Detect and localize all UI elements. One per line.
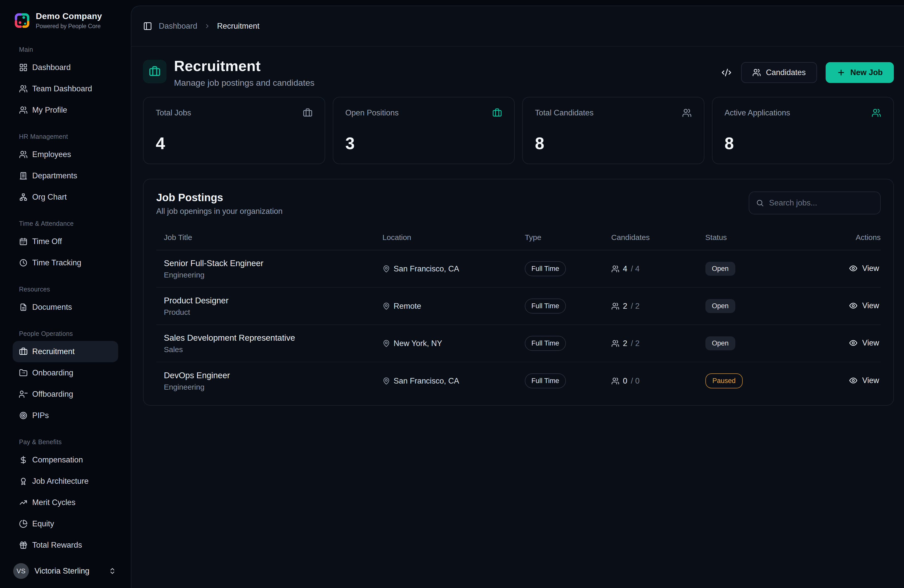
code-button[interactable] <box>721 67 733 78</box>
job-location: San Francisco, CA <box>382 376 525 386</box>
users-icon <box>19 106 28 114</box>
user-name: Victoria Sterling <box>35 566 103 575</box>
sidebar: Demo Company Powered by People Core Main… <box>0 0 131 588</box>
stat-value: 4 <box>156 134 313 153</box>
sidebar-item-my-profile[interactable]: My Profile <box>13 100 118 121</box>
dashboard-grid-icon <box>19 63 28 72</box>
job-postings-panel: Job Postings All job openings in your or… <box>143 179 894 406</box>
status-badge: Open <box>705 337 735 350</box>
sidebar-item-label: Documents <box>32 303 72 312</box>
sidebar-item-label: PIPs <box>32 411 49 420</box>
briefcase-icon <box>303 108 313 118</box>
sidebar-item-label: Total Rewards <box>32 541 82 550</box>
view-button[interactable]: View <box>849 376 881 385</box>
sidebar-item-job-architecture[interactable]: Job Architecture <box>13 471 118 492</box>
eye-icon <box>849 376 858 385</box>
users-icon <box>611 265 620 273</box>
sidebar-item-departments[interactable]: Departments <box>13 165 118 187</box>
user-menu-trigger[interactable]: VS Victoria Sterling <box>13 561 118 579</box>
table-row: Product Designer Product Remote Full Tim… <box>156 288 881 325</box>
eye-icon <box>849 264 858 273</box>
sidebar-item-time-off[interactable]: Time Off <box>13 231 118 252</box>
sidebar-item-equity[interactable]: Equity <box>13 513 118 534</box>
clock-icon <box>19 259 28 267</box>
map-pin-icon <box>382 377 390 385</box>
column-header: Type <box>525 233 611 242</box>
sidebar-item-merit-cycles[interactable]: Merit Cycles <box>13 492 118 513</box>
trending-up-icon <box>19 498 28 507</box>
sidebar-item-pips[interactable]: PIPs <box>13 405 118 426</box>
users-icon <box>752 68 761 77</box>
company-header: Demo Company Powered by People Core <box>13 11 118 30</box>
stat-card-active-applications: Active Applications 8 <box>712 97 894 164</box>
page-icon-tile <box>143 60 166 83</box>
sidebar-item-org-chart[interactable]: Org Chart <box>13 187 118 208</box>
job-postings-table: Job Title Location Type Candidates Statu… <box>156 225 881 400</box>
sidebar-item-label: Compensation <box>32 455 83 465</box>
page-subtitle: Manage job postings and candidates <box>174 78 315 88</box>
view-button[interactable]: View <box>849 301 881 310</box>
candidates-button[interactable]: Candidates <box>741 62 817 83</box>
sidebar-item-label: Merit Cycles <box>32 498 76 507</box>
users-icon <box>19 150 28 159</box>
job-title: Senior Full-Stack Engineer <box>164 259 382 268</box>
view-button[interactable]: View <box>849 338 881 348</box>
sidebar-item-team-dashboard[interactable]: Team Dashboard <box>13 78 118 100</box>
document-icon <box>19 303 28 311</box>
users-icon <box>611 302 620 310</box>
sidebar-section-people-operations: People Operations Recruitment Onboarding… <box>13 330 118 426</box>
sidebar-toggle-icon[interactable] <box>143 22 152 31</box>
avatar: VS <box>13 563 29 579</box>
search-input[interactable] <box>749 191 881 214</box>
job-candidates: 2 / 2 <box>611 302 705 311</box>
table-row: Sales Development Representative Sales N… <box>156 325 881 362</box>
section-label: People Operations <box>13 330 118 337</box>
stat-card-total-candidates: Total Candidates 8 <box>522 97 704 164</box>
job-type-badge: Full Time <box>525 336 566 351</box>
sidebar-section-hr-management: HR Management Employees Departments Org … <box>13 133 118 208</box>
eye-icon <box>849 301 858 310</box>
job-candidates: 4 / 4 <box>611 264 705 273</box>
code-icon <box>721 68 732 77</box>
pie-chart-icon <box>19 520 28 528</box>
sidebar-item-compensation[interactable]: Compensation <box>13 449 118 471</box>
status-badge: Open <box>705 262 735 276</box>
panel-subtitle: All job openings in your organization <box>156 207 283 216</box>
stat-card-open-positions: Open Positions 3 <box>333 97 515 164</box>
stat-card-total-jobs: Total Jobs 4 <box>143 97 325 164</box>
eye-icon <box>849 339 858 347</box>
table-row: Senior Full-Stack Engineer Engineering S… <box>156 250 881 288</box>
folder-icon <box>19 368 28 377</box>
new-job-button[interactable]: New Job <box>826 62 894 83</box>
sidebar-item-label: Departments <box>32 171 77 180</box>
job-location: Remote <box>382 302 525 311</box>
column-header: Status <box>705 233 804 242</box>
sidebar-item-label: Time Tracking <box>32 258 81 267</box>
job-candidates: 0 / 0 <box>611 376 705 386</box>
sidebar-item-employees[interactable]: Employees <box>13 144 118 165</box>
sidebar-item-label: Job Architecture <box>32 477 89 486</box>
breadcrumb-parent[interactable]: Dashboard <box>159 22 198 31</box>
sidebar-item-offboarding[interactable]: Offboarding <box>13 384 118 405</box>
sidebar-item-label: Time Off <box>32 237 62 246</box>
view-button[interactable]: View <box>849 264 881 273</box>
sidebar-item-onboarding[interactable]: Onboarding <box>13 362 118 384</box>
sidebar-item-label: Team Dashboard <box>32 84 92 93</box>
job-location: New York, NY <box>382 339 525 348</box>
job-title: Product Designer <box>164 296 382 305</box>
stat-value: 8 <box>535 134 692 153</box>
dollar-icon <box>19 455 28 464</box>
sidebar-item-dashboard[interactable]: Dashboard <box>13 57 118 78</box>
sidebar-item-time-tracking[interactable]: Time Tracking <box>13 252 118 273</box>
section-label: HR Management <box>13 133 118 140</box>
sidebar-item-documents[interactable]: Documents <box>13 297 118 318</box>
stat-label: Total Candidates <box>535 108 594 117</box>
map-pin-icon <box>382 302 390 310</box>
page-header: Recruitment Manage job postings and cand… <box>143 57 894 88</box>
users-icon <box>611 377 620 385</box>
table-header-row: Job Title Location Type Candidates Statu… <box>156 225 881 250</box>
table-row: DevOps Engineer Engineering San Francisc… <box>156 362 881 400</box>
sidebar-item-total-rewards[interactable]: Total Rewards <box>13 534 118 556</box>
stat-value: 3 <box>346 134 502 153</box>
sidebar-item-recruitment[interactable]: Recruitment <box>13 341 118 362</box>
